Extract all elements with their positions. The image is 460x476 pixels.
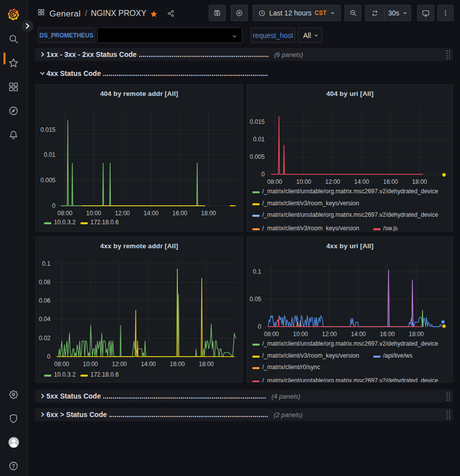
svg-text:0.015: 0.015: [250, 118, 265, 125]
svg-text:14:00: 14:00: [141, 361, 156, 368]
svg-text:08:00: 08:00: [267, 178, 282, 185]
svg-text:0.04: 0.04: [39, 316, 51, 323]
svg-text:16:00: 16:00: [172, 210, 187, 217]
svg-text:16:00: 16:00: [380, 331, 395, 338]
svg-text:0: 0: [261, 171, 265, 178]
svg-text:10:00: 10:00: [86, 210, 101, 217]
svg-text:16:00: 16:00: [170, 361, 185, 368]
svg-text:12:00: 12:00: [325, 178, 340, 185]
svg-text:0.1: 0.1: [42, 260, 50, 267]
svg-text:0.01: 0.01: [253, 136, 265, 143]
svg-text:18:00: 18:00: [409, 331, 424, 338]
svg-text:08:00: 08:00: [54, 361, 69, 368]
svg-text:12:00: 12:00: [112, 361, 127, 368]
svg-text:0: 0: [258, 323, 261, 330]
svg-text:08:00: 08:00: [57, 210, 72, 217]
svg-text:0.06: 0.06: [39, 297, 51, 304]
svg-text:14:00: 14:00: [354, 178, 369, 185]
svg-text:10:00: 10:00: [83, 361, 98, 368]
svg-text:0.08: 0.08: [39, 279, 51, 286]
svg-text:18:00: 18:00: [201, 210, 216, 217]
svg-text:18:00: 18:00: [199, 361, 214, 368]
svg-text:12:00: 12:00: [115, 210, 130, 217]
svg-text:12:00: 12:00: [322, 331, 337, 338]
svg-text:0.005: 0.005: [40, 177, 55, 184]
svg-text:14:00: 14:00: [351, 331, 366, 338]
svg-text:0.05: 0.05: [250, 296, 262, 303]
svg-text:18:00: 18:00: [412, 178, 427, 185]
svg-text:10:00: 10:00: [293, 331, 308, 338]
svg-text:0.01: 0.01: [44, 151, 56, 158]
svg-text:0.005: 0.005: [250, 153, 265, 160]
svg-text:0.02: 0.02: [39, 335, 51, 342]
svg-text:0: 0: [47, 353, 50, 360]
svg-text:0.015: 0.015: [40, 126, 55, 133]
svg-text:16:00: 16:00: [383, 178, 398, 185]
svg-text:14:00: 14:00: [143, 210, 158, 217]
svg-text:10:00: 10:00: [296, 178, 311, 185]
svg-text:?: ?: [12, 463, 15, 469]
svg-text:0: 0: [52, 202, 55, 209]
svg-text:0.1: 0.1: [253, 268, 261, 275]
svg-text:08:00: 08:00: [264, 331, 279, 338]
